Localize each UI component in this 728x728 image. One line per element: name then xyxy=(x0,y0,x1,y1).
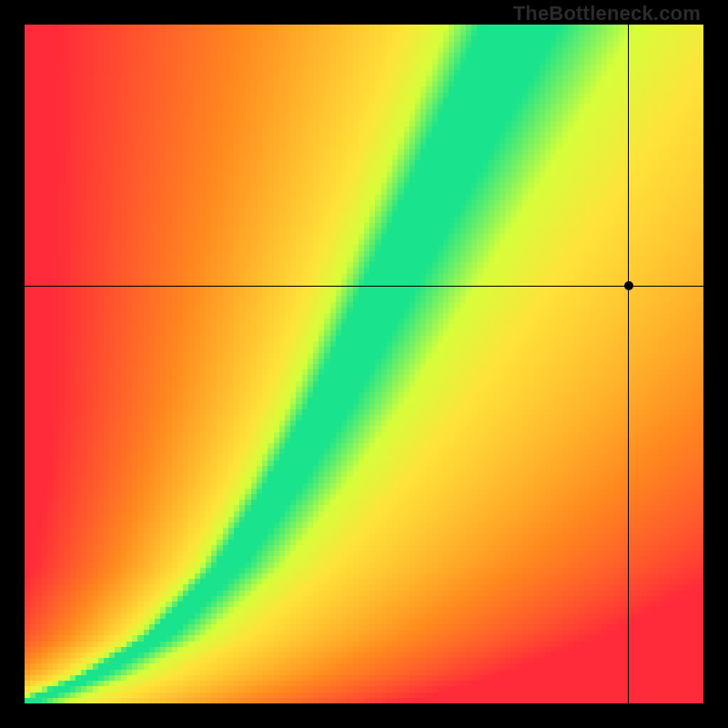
chart-frame: TheBottleneck.com xyxy=(0,0,728,728)
heatmap-canvas xyxy=(25,25,703,703)
watermark-text: TheBottleneck.com xyxy=(513,2,701,25)
crosshair-vertical xyxy=(628,25,629,703)
marker-dot xyxy=(624,281,633,290)
crosshair-horizontal xyxy=(25,286,703,287)
